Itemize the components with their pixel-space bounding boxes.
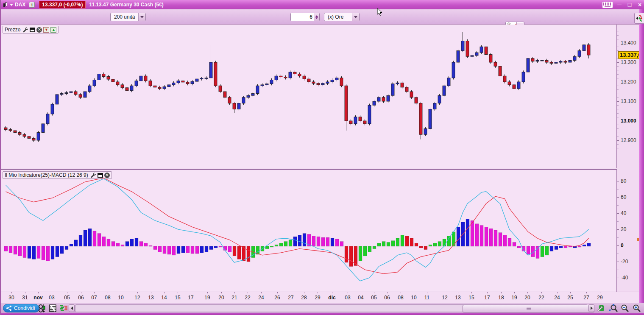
close-button[interactable]: × [636, 2, 643, 8]
date-label: 19 [204, 295, 210, 301]
price-axis-label: 13.100 [621, 98, 636, 104]
zoom-out-icon[interactable] [621, 304, 629, 312]
axis-tick [617, 101, 619, 102]
price-panel[interactable]: Prezzo ✕ ▼ ▲ © IT-Finance.com Dati indic… [1, 25, 617, 168]
mouse-cursor [377, 8, 383, 16]
axis-tick [617, 245, 619, 246]
scrollbar-grip [527, 307, 531, 311]
detach-window-icon[interactable] [98, 173, 103, 178]
macd-panel-title: Il Mio Indicatore(25)-MACD (12 26 9) [5, 172, 88, 178]
timeframe-select[interactable]: (x) Ore [324, 13, 360, 21]
price-change-badge: 13.337,0 (-0,07%) [39, 1, 86, 8]
date-tick [178, 292, 178, 293]
axis-tick [617, 105, 619, 106]
macd-chart-canvas[interactable] [1, 170, 616, 292]
collapse-panel-button[interactable] [634, 13, 644, 24]
axis-tick [617, 125, 619, 125]
date-tick [151, 292, 151, 293]
timeframe-select-arrow[interactable] [352, 13, 359, 21]
price-axis-label: 13.000 [621, 118, 636, 124]
date-tick [52, 292, 52, 293]
chart-toolbar: 200 unità (x) Ore [1, 9, 639, 25]
move-up-icon[interactable]: ▲ [50, 27, 56, 33]
news-icon[interactable] [48, 304, 57, 312]
axis-tick [617, 70, 619, 70]
axis-tick [617, 148, 619, 148]
scrollbar-thumb[interactable] [463, 305, 594, 312]
units-select-arrow[interactable] [138, 13, 145, 21]
minimize-button[interactable]: ─ [616, 2, 623, 8]
maximize-button[interactable]: □ [626, 2, 633, 8]
date-tick [570, 292, 571, 293]
date-tick [374, 292, 374, 293]
price-chart-canvas[interactable] [1, 25, 616, 168]
info-button[interactable]: i [29, 2, 35, 8]
period-spinner[interactable] [314, 13, 319, 21]
chart-scrollbar[interactable] [69, 304, 594, 312]
wrench-icon[interactable] [22, 27, 28, 33]
price-axis-label: 13.300 [621, 59, 636, 65]
axis-tick [617, 86, 619, 86]
date-label: 13 [455, 295, 460, 301]
date-label: nov [33, 295, 42, 301]
candlestick-tool-icon[interactable] [38, 304, 47, 312]
share-icon [6, 305, 12, 311]
date-label: 06 [384, 295, 390, 301]
date-tick [81, 292, 81, 293]
move-down-icon[interactable]: ▼ [43, 27, 49, 33]
date-tick [94, 292, 95, 293]
zoom-in-icon[interactable] [633, 304, 641, 312]
close-panel-icon[interactable]: ✕ [36, 27, 42, 33]
axis-tick [617, 205, 619, 206]
close-panel-icon[interactable]: ✕ [104, 173, 110, 178]
application-window: DAX i 13.337,0 (-0,07%) 11.13.47 Germany… [0, 0, 644, 315]
chevron-down-icon[interactable] [10, 4, 13, 6]
axis-tick [617, 43, 619, 43]
date-label: 27 [583, 295, 589, 301]
date-tick [332, 292, 332, 293]
scroll-left-button[interactable] [69, 304, 75, 312]
date-tick [387, 292, 388, 293]
scroll-right-button[interactable] [588, 304, 594, 312]
date-tick [108, 292, 108, 293]
market-depth-icon[interactable] [59, 304, 68, 312]
price-axis-label: 13.400 [621, 40, 636, 46]
keyboard-icon[interactable] [602, 2, 613, 8]
candlestick-icon [3, 2, 7, 8]
date-label: 30 [8, 295, 14, 301]
share-button[interactable]: Condividi [3, 304, 39, 312]
date-axis[interactable]: 3031nov030506070810121314151719202122242… [1, 292, 639, 303]
date-label: 15 [175, 295, 180, 301]
wrench-icon[interactable] [90, 172, 96, 178]
macd-panel[interactable]: Il Mio Indicatore(25)-MACD (12 26 9) ✕ [1, 169, 617, 292]
macd-axis-label: 60 [621, 194, 626, 200]
date-tick [291, 292, 291, 293]
date-label: 10 [411, 295, 416, 301]
date-tick [361, 292, 361, 293]
period-input[interactable] [291, 13, 314, 21]
axis-tick [617, 229, 619, 230]
detach-window-icon[interactable] [30, 28, 35, 32]
macd-axis-label: 0 [621, 243, 624, 248]
axis-tick [617, 74, 619, 75]
date-label: 29 [597, 295, 602, 301]
date-label: 20 [524, 295, 530, 301]
date-tick [25, 292, 25, 293]
title-bar[interactable]: DAX i 13.337,0 (-0,07%) 11.13.47 Germany… [1, 0, 644, 9]
date-tick [527, 292, 528, 293]
units-select[interactable]: 200 unità [110, 13, 146, 21]
period-stepper[interactable] [290, 13, 320, 21]
date-tick [67, 292, 67, 293]
axis-tick [617, 121, 619, 121]
side-strip [639, 9, 644, 304]
date-label: 18 [498, 295, 504, 301]
scrollbar-track[interactable] [75, 304, 588, 312]
date-tick [458, 292, 458, 293]
chart-settings-wrench-icon[interactable] [597, 304, 605, 312]
zoom-drag-icon[interactable] [608, 304, 619, 312]
axis-tick [617, 55, 619, 55]
date-label: 26 [274, 295, 280, 301]
axis-tick [617, 94, 619, 94]
price-axis[interactable]: 13.337,0 13.40013.30013.20013.10013.0001… [617, 25, 639, 292]
date-label: 08 [398, 295, 403, 301]
